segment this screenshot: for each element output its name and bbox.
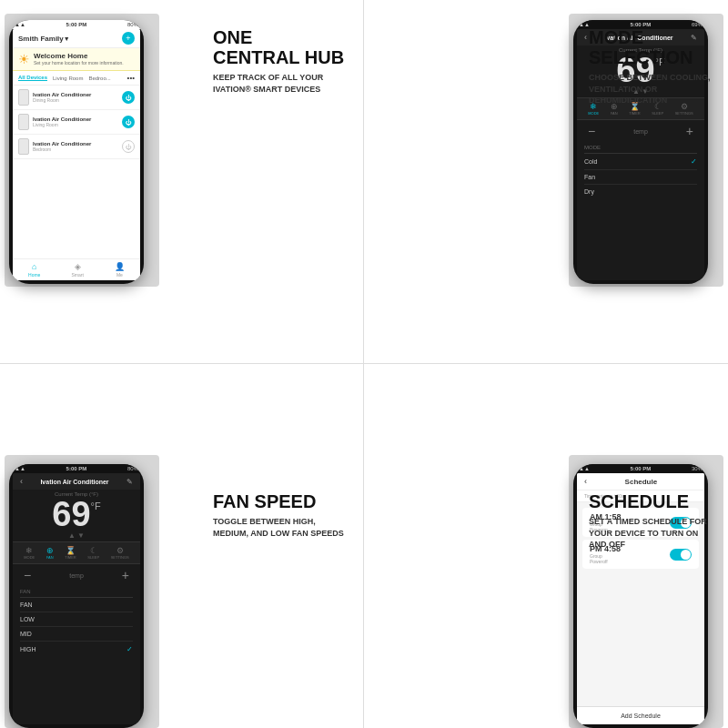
check-icon-high: ✓ [126,645,133,653]
feature-desc-q3: TOGGLE BETWEEN HIGH, MEDIUM, AND LOW FAN… [213,516,349,539]
smart-icon: ◈ [75,262,81,271]
quadrant-fan-speed: ▲▲ 5:00 PM 80% ‹ Ivation Air Conditioner… [0,364,364,728]
more-tabs-icon[interactable]: ••• [127,74,135,82]
temp-arrows-q3: ▲ ▼ [13,531,140,540]
feature-text-hub: ONE CENTRAL HUB KEEP TRACK OF ALL YOUR I… [199,18,363,104]
ctrl-mode-q3[interactable]: ❄ MODE [24,546,35,560]
fan-icon-q3: ⊕ [46,546,54,555]
add-device-button[interactable]: + [122,32,135,45]
power-button-2[interactable]: ⏻ [122,116,135,128]
sleep-icon-q3: ☾ [90,546,97,555]
welcome-title: Welcome Home [34,52,124,60]
chevron-down-icon: ▼ [64,35,70,42]
feature-text-mode: MODE SELECTION CHOOSE BETWEEN COOLING, V… [578,18,728,116]
plus-button[interactable]: + [686,124,693,138]
feature-desc-q4: SET A TIMED SCHEDULE FOR YOUR DEVICE TO … [589,516,717,551]
quadrant-central-hub: ▲▲ 5:00 PM 80% Smith Family ▼ + ☀ Welcom… [0,0,364,364]
feature-desc-q1: KEEP TRACK OF ALL YOUR IVATION® SMART DE… [213,72,349,95]
back-arrow-icon-q3[interactable]: ‹ [20,477,23,486]
phone-q1: ▲▲ 5:00 PM 80% Smith Family ▼ + ☀ Welcom… [9,20,144,284]
quadrant-schedule: ▲▲ 5:00 PM 30% ‹ Schedule · Time varianc… [364,364,728,728]
temperature-q3: 69 [52,497,90,531]
temp-unit-q3: °F [91,500,101,511]
nav-home[interactable]: ⌂ Home [28,262,40,278]
fan-low-option[interactable]: LOW [20,612,133,627]
device-location-2: Living Room [33,122,118,127]
device-item-2[interactable]: Ivation Air Conditioner Living Room ⏻ [13,110,140,135]
power-button-3[interactable]: ⏻ [122,140,135,153]
bottom-nav: ⌂ Home ◈ Smart 👤 Me [13,258,140,280]
feature-text-schedule: SCHEDULE SET A TIMED SCHEDULE FOR YOUR D… [578,482,728,560]
feature-title-q3: FAN SPEED [213,491,349,511]
temp-adjust-label: temp [633,128,648,135]
ctrl-settings-q3[interactable]: ⚙ SETTINGS [111,546,129,560]
device-location-1: Dining Room [33,97,118,103]
timer-icon-q3: ⌛ [66,546,76,555]
check-icon-cold: ✓ [691,157,697,166]
device-icon-ac [18,89,29,106]
tab-living-room[interactable]: Living Room [53,76,83,81]
feature-title-q4: SCHEDULE [589,491,717,511]
minus-button[interactable]: − [588,124,595,138]
status-time-q1: 5:00 PM [66,22,87,27]
plus-button-q3[interactable]: + [122,568,129,582]
mode-dry[interactable]: Dry [584,185,697,198]
status-time-q3: 5:00 PM [66,466,87,471]
edit-icon-q3[interactable]: ✎ [126,478,133,486]
device-list: Ivation Air Conditioner Dining Room ⏻ Iv… [13,86,140,159]
welcome-subtitle: Set your home location for more informat… [34,60,124,66]
ctrl-sleep-q3[interactable]: ☾ SLEEP [87,546,99,560]
device-location-3: Bedroom [33,147,118,152]
schedule-action-2: Poweroff [590,559,621,564]
nav-me[interactable]: 👤 Me [115,262,125,278]
person-icon: 👤 [115,262,125,271]
temp-label-q3: temp [69,572,84,579]
device-icon-ac2 [18,114,29,130]
tab-bedroom[interactable]: Bedroo... [88,76,110,81]
nav-smart[interactable]: ◈ Smart [71,262,83,278]
ctrl-timer-q3[interactable]: ⌛ TIMER [65,546,76,560]
snowflake-icon-q3: ❄ [25,546,33,555]
fan-section-label: FAN [20,586,133,598]
mode-section-label: MODE [584,142,697,154]
fan-low[interactable]: FAN [20,598,133,612]
tab-all-devices[interactable]: All Devices [18,75,47,81]
feature-text-fan: FAN SPEED TOGGLE BETWEEN HIGH, MEDIUM, A… [199,482,363,548]
feature-title-q2: MODE SELECTION [589,27,717,67]
ctrl-fan-q3[interactable]: ⊕ FAN [46,546,54,560]
device-item-1[interactable]: Ivation Air Conditioner Dining Room ⏻ [13,86,140,110]
fan-mid[interactable]: MID [20,627,133,642]
family-name: Smith Family [18,35,64,43]
mode-cold[interactable]: Cold ✓ [584,154,697,170]
add-schedule-button[interactable]: Add Schedule [577,706,704,724]
device-icon-ac3 [18,138,29,155]
feature-desc-q2: CHOOSE BETWEEN COOLING, VENTILATION OR D… [589,72,717,106]
power-button-1[interactable]: ⏻ [122,91,135,104]
fan-high[interactable]: HIGH ✓ [20,642,133,657]
feature-title-q1: ONE CENTRAL HUB [213,27,349,67]
phone-q3: ▲▲ 5:00 PM 80% ‹ Ivation Air Conditioner… [9,464,144,728]
sun-icon: ☀ [18,52,30,66]
minus-button-q3[interactable]: − [24,568,31,582]
home-icon: ⌂ [32,262,36,271]
ac-title-q3: Ivation Air Conditioner [40,479,108,485]
device-item-3[interactable]: Ivation Air Conditioner Bedroom ⏻ [13,135,140,159]
quadrant-mode-selection: ▲▲ 5:00 PM 69% ‹ Ivation Air Conditioner… [364,0,728,364]
settings-icon-q3: ⚙ [116,546,124,555]
status-time-q4: 5:00 PM [631,466,652,471]
mode-fan[interactable]: Fan [584,170,697,185]
